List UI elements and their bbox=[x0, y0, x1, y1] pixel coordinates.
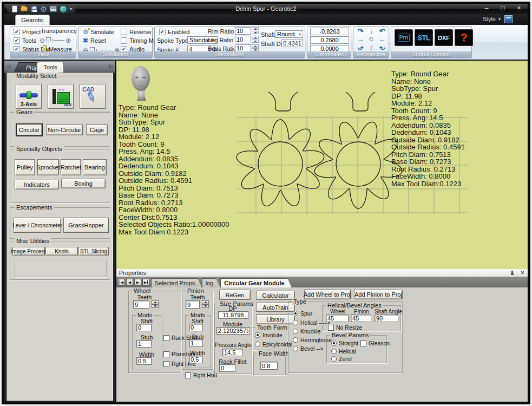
help-button[interactable]: ? bbox=[455, 29, 473, 46]
pinion-shift-field[interactable] bbox=[189, 324, 203, 331]
bevel-straight-radio[interactable]: Straight bbox=[331, 340, 358, 346]
wheel-stub-field[interactable] bbox=[136, 340, 152, 348]
modality-cad-button[interactable]: CAD ✎ bbox=[80, 84, 106, 109]
indicators-button[interactable]: Indicators bbox=[15, 180, 59, 189]
maximize-button[interactable]: □ bbox=[498, 4, 507, 12]
pinion-stub-field[interactable] bbox=[189, 339, 203, 347]
leg-ratio-stepper[interactable] bbox=[252, 36, 259, 43]
lever-chronometer-button[interactable]: Lever / Chronometer bbox=[14, 218, 61, 233]
cage-gear-button[interactable]: Cage bbox=[86, 125, 108, 135]
gleason-checkbox[interactable]: ✔Gleason bbox=[360, 340, 390, 346]
rim-ratio-field[interactable]: 10 bbox=[235, 27, 251, 35]
leg-ratio-field[interactable]: 10 bbox=[235, 36, 251, 43]
bevel-helical-radio[interactable]: Helical bbox=[331, 348, 356, 355]
rotate-cw-icon[interactable]: ↷ bbox=[355, 27, 366, 35]
boss-ratio-stepper[interactable] bbox=[252, 44, 259, 51]
type-spur-radio[interactable]: Spur bbox=[293, 310, 312, 317]
project-checkbox[interactable]: ✔ bbox=[14, 29, 20, 35]
style-selector[interactable]: Style ▾ bbox=[483, 16, 501, 22]
boss-ratio-field[interactable]: 10 bbox=[235, 44, 251, 52]
rack-fillet-field[interactable] bbox=[219, 364, 235, 372]
ratchet-button[interactable]: Ratchet bbox=[61, 159, 81, 175]
tab-tools[interactable]: Tools bbox=[37, 62, 64, 73]
add-pinion-button[interactable]: Add Pinion to Proj bbox=[354, 290, 403, 299]
wheel-width-field[interactable] bbox=[136, 357, 152, 365]
pin-icon[interactable] bbox=[510, 271, 515, 276]
checkbox-tools[interactable]: ✔ Tools bbox=[14, 37, 36, 44]
angles-pinion-field[interactable] bbox=[351, 315, 371, 322]
slider-track[interactable] bbox=[54, 40, 64, 41]
tools-checkbox[interactable]: ✔ bbox=[14, 37, 20, 44]
add-wheel-button[interactable]: Add Wheel to Proj bbox=[304, 290, 351, 299]
shaft-dia-field[interactable]: 0.4341 bbox=[281, 40, 303, 47]
sprocket-button[interactable]: Sprocket bbox=[37, 159, 59, 175]
reverse-checkbox[interactable]: ✔ bbox=[121, 29, 127, 35]
transparency-slider-thumb[interactable] bbox=[46, 37, 51, 43]
timing-marks-checkbox[interactable]: ✔ bbox=[121, 37, 127, 44]
knots-button[interactable]: Knots bbox=[45, 247, 78, 256]
coordinate-x-field[interactable]: -0.8263 bbox=[310, 28, 349, 35]
tab-nav-last[interactable]: ▶ bbox=[142, 279, 149, 286]
transparency-minus-icon[interactable]: ⊖ bbox=[40, 37, 45, 44]
stepper-up-icon[interactable] bbox=[252, 36, 259, 39]
epicylcoidal-radio[interactable]: Epicylcoidal bbox=[255, 341, 292, 348]
angles-wheel-field[interactable] bbox=[326, 315, 349, 322]
type-knuckle-radio[interactable]: Knuckle bbox=[293, 328, 320, 335]
tab-scroll-left-icon[interactable]: ◁ bbox=[6, 63, 10, 69]
face-width-field[interactable] bbox=[260, 362, 278, 370]
bearing-button[interactable]: Bearing bbox=[83, 159, 107, 175]
tab-scroll-right-icon[interactable]: ▷ bbox=[109, 63, 113, 69]
wheel-teeth-stepper[interactable] bbox=[152, 300, 159, 308]
checkbox-enabled[interactable]: ✔ Enabled bbox=[159, 28, 189, 35]
pinion-teeth-stepper[interactable] bbox=[202, 300, 209, 308]
regen-button[interactable]: ReGen bbox=[219, 290, 251, 300]
tab-nav-first[interactable]: ◀ bbox=[118, 279, 125, 286]
settings-gear-icon[interactable]: ⚙ bbox=[40, 5, 48, 13]
tab-selected-props[interactable]: Selected Props bbox=[151, 278, 202, 287]
tab-nav-next[interactable]: ▶ bbox=[134, 279, 141, 286]
stepper-up-icon[interactable] bbox=[252, 44, 259, 48]
tab-circular-gear-module[interactable]: Circular Gear Module bbox=[220, 278, 292, 287]
no-resize-checkbox[interactable]: ✔No Resize bbox=[328, 324, 362, 331]
tab-nav-prev[interactable]: ◀ bbox=[126, 279, 133, 286]
enabled-checkbox[interactable]: ✔ bbox=[159, 29, 166, 35]
pinion-rght-hnd-checkbox[interactable]: ✔Rght Hnd bbox=[185, 372, 217, 378]
modality-3axis-button[interactable]: 3-Axis bbox=[16, 84, 42, 109]
stepper-down-icon[interactable] bbox=[252, 40, 259, 43]
modality-4th-axis-button[interactable]: ⌄⌄ 4th bbox=[48, 84, 74, 109]
simulate-button[interactable]: ⚙ Simulate bbox=[83, 28, 114, 35]
reset-view-icon[interactable]: ☺ bbox=[366, 35, 377, 43]
module-field[interactable] bbox=[216, 327, 250, 335]
checkbox-project[interactable]: ✔ Project bbox=[14, 28, 41, 35]
print-button[interactable]: Prn bbox=[395, 29, 413, 46]
rotate-ccw-icon[interactable]: ↶ bbox=[377, 27, 387, 35]
slider-track[interactable] bbox=[98, 50, 113, 50]
pinion-teeth-field[interactable] bbox=[186, 300, 200, 309]
tilt-down-icon[interactable]: ↓ bbox=[366, 27, 377, 35]
properties-close-icon[interactable]: × bbox=[521, 269, 524, 277]
calculator-button[interactable]: Calculator bbox=[256, 291, 295, 300]
stl-export-button[interactable]: STL bbox=[415, 29, 433, 46]
wheel-teeth-field[interactable] bbox=[133, 300, 149, 309]
minimize-button[interactable]: – bbox=[482, 4, 491, 12]
non-circular-gear-button[interactable]: Non-Circular bbox=[46, 125, 83, 135]
dxf-export-button[interactable]: DXF bbox=[435, 29, 453, 46]
stl-slicing-button[interactable]: STL Slicing bbox=[78, 247, 109, 256]
pulley-button[interactable]: Pulley bbox=[15, 159, 35, 175]
checkbox-reverse[interactable]: ✔ Reverse bbox=[121, 28, 152, 35]
style-theme-icon[interactable] bbox=[504, 15, 513, 23]
stepper-up-icon[interactable] bbox=[152, 300, 159, 304]
tab-log[interactable]: log bbox=[202, 278, 220, 287]
stepper-up-icon[interactable] bbox=[252, 27, 259, 30]
pinion-width-field[interactable] bbox=[189, 356, 203, 363]
shaft-type-dropdown[interactable]: Round ▾ bbox=[275, 30, 303, 38]
stepper-down-icon[interactable] bbox=[202, 304, 209, 308]
spin-up-left-icon[interactable]: ↶ bbox=[377, 43, 387, 51]
image-process-button[interactable]: Image Process bbox=[12, 247, 45, 256]
quick-access-caret-icon[interactable]: ▾ bbox=[70, 6, 72, 11]
save-icon[interactable] bbox=[30, 5, 38, 13]
tab-gearotic[interactable]: Gearotic bbox=[15, 15, 50, 25]
grasshopper-button[interactable]: GrassHopper bbox=[63, 218, 109, 233]
coordinate-y-field[interactable]: 0.2680 bbox=[310, 36, 349, 44]
involute-radio[interactable]: Involute bbox=[255, 332, 283, 338]
